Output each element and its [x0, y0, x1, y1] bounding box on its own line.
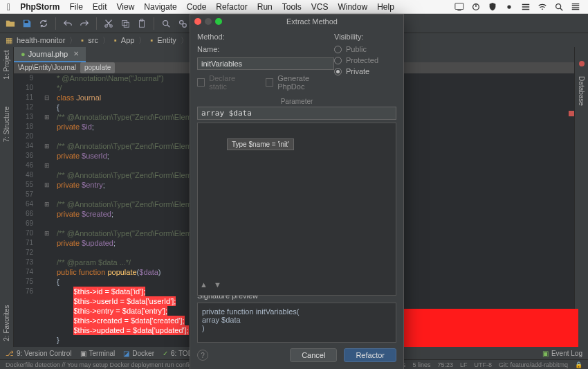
svg-rect-8 [124, 22, 129, 27]
svg-point-13 [183, 24, 186, 27]
selected-line: $this->entry = $data['entry']; [73, 306, 167, 316]
tray-wifi-icon[interactable] [537, 1, 548, 12]
cut-icon[interactable] [102, 17, 115, 30]
copy-icon[interactable] [119, 17, 131, 30]
dialog-zoom-icon[interactable] [215, 18, 222, 25]
toolwin-project[interactable]: 1: Project [3, 50, 10, 79]
tab-close-icon[interactable]: ✕ [73, 49, 79, 59]
tray-power-icon[interactable] [470, 1, 481, 12]
generate-phpdoc-checkbox[interactable]: Generate PhpDoc [266, 74, 334, 91]
method-label: Method: [197, 33, 225, 41]
move-down-icon[interactable]: ▼ [214, 280, 221, 289]
toolwin-favorites[interactable]: 2: Favorites [3, 305, 10, 341]
svg-point-12 [180, 20, 183, 24]
dialog-close-icon[interactable] [194, 18, 201, 25]
dialog-minimize-icon [205, 18, 212, 25]
cancel-button[interactable]: Cancel [290, 348, 337, 362]
macos-menubar:  PhpStorm File Edit View Navigate Code … [0, 0, 588, 14]
status-message: Dockerfile detection // You may setup Do… [6, 361, 192, 368]
folder-icon: ▪ [81, 36, 84, 44]
breadcrumb-src[interactable]: src [88, 36, 98, 44]
toolwin-docker[interactable]: ◪Docker [123, 350, 154, 357]
app-name: PhpStorm [20, 2, 59, 12]
gutter: 9101112131820343646485557646669707172737… [14, 73, 37, 296]
menu-edit[interactable]: Edit [93, 2, 107, 12]
replace-icon[interactable] [176, 17, 189, 30]
php-file-icon: ● [21, 49, 26, 59]
visibility-label: Visibility: [334, 33, 396, 41]
apple-icon[interactable]:  [7, 1, 10, 12]
status-lines: 5 lines [412, 361, 430, 368]
help-icon[interactable]: ? [197, 350, 208, 361]
open-icon[interactable] [4, 17, 17, 30]
menu-refactor[interactable]: Refactor [216, 2, 247, 12]
breadcrumb-app[interactable]: App [121, 36, 135, 44]
menu-vcs[interactable]: VCS [311, 2, 329, 12]
tray-list-icon[interactable] [570, 1, 581, 12]
crumb-method[interactable]: populate [80, 62, 115, 73]
toolwin-database[interactable]: Database [578, 76, 585, 106]
crumb-namespace[interactable]: \App\Entity\Journal [18, 63, 76, 73]
hint-tooltip: Type $name = 'init' [227, 138, 294, 150]
tray-search-icon[interactable] [553, 1, 564, 12]
left-tool-strip: 1: Project 7: Structure 2: Favorites [0, 47, 14, 348]
lock-icon[interactable]: 🔒 [575, 361, 582, 368]
error-dot-icon [579, 61, 585, 66]
error-stripe-marker[interactable] [569, 111, 574, 116]
selected-line: $this->id = $data['id']; [73, 287, 145, 296]
folder-icon: ▪ [150, 36, 153, 44]
dialog-title: Extract Method [225, 17, 399, 26]
toolwin-terminal[interactable]: ▣Terminal [80, 350, 116, 357]
tray-shield-icon[interactable] [487, 1, 498, 12]
menu-view[interactable]: View [117, 2, 135, 12]
method-name-input[interactable] [197, 57, 334, 70]
status-encoding[interactable]: UTF-8 [474, 361, 492, 368]
breadcrumb-project[interactable]: health-monitor [17, 36, 65, 44]
extract-method-dialog: Extract Method Method: Name: Declare sta… [190, 14, 404, 369]
editor-tab[interactable]: ● Journal.php ✕ [14, 47, 86, 62]
declare-static-checkbox: Declare static [197, 74, 252, 91]
visibility-public-radio[interactable]: Public [334, 45, 396, 53]
breadcrumb-entity[interactable]: Entity [157, 36, 176, 44]
menu-window[interactable]: Window [338, 2, 367, 12]
svg-point-2 [507, 5, 511, 8]
parameter-input[interactable] [197, 107, 396, 120]
project-icon: ▦ [6, 36, 12, 45]
svg-point-11 [163, 20, 168, 25]
tray-dot-icon[interactable] [504, 1, 515, 12]
selected-line: $this->updated = $data['updated']; [73, 325, 188, 335]
visibility-private-radio[interactable]: Private [334, 67, 396, 75]
sync-icon[interactable] [37, 17, 50, 30]
find-icon[interactable] [160, 17, 172, 30]
undo-icon[interactable] [62, 17, 74, 30]
save-all-icon[interactable] [21, 17, 33, 30]
signature-preview: private function initVariables( array $d… [197, 303, 396, 343]
parameter-list[interactable]: Type $name = 'init' [197, 123, 396, 296]
redo-icon[interactable] [78, 17, 91, 30]
status-line-sep[interactable]: LF [460, 361, 468, 368]
paste-icon[interactable] [136, 17, 148, 30]
name-label: Name: [197, 45, 219, 53]
menu-code[interactable]: Code [187, 2, 207, 12]
menu-navigate[interactable]: Navigate [144, 2, 176, 12]
menu-help[interactable]: Help [377, 2, 394, 12]
move-up-icon[interactable]: ▲ [200, 280, 208, 289]
status-git[interactable]: Git: feature/add-rabbitmq [499, 361, 568, 368]
svg-point-3 [556, 3, 561, 8]
status-position: 75:23 [437, 361, 453, 368]
svg-rect-7 [122, 20, 127, 25]
tray-hamburger-icon[interactable] [520, 1, 531, 12]
toolwin-structure[interactable]: 7: Structure [3, 107, 10, 143]
menu-file[interactable]: File [69, 2, 82, 12]
parameter-header: Parameter [197, 98, 396, 105]
fold-gutter[interactable]: ⊟ ⊞ ⊞ ⊞ ⊞ ⊞ ⊞ [40, 73, 54, 248]
menu-tools[interactable]: Tools [282, 2, 302, 12]
folder-icon: ▪ [114, 36, 117, 44]
tray-screen-icon[interactable] [454, 1, 465, 12]
toolwin-eventlog[interactable]: ▣Event Log [542, 350, 582, 357]
selected-line: $this->created = $data['created']; [73, 316, 184, 325]
refactor-button[interactable]: Refactor [344, 348, 396, 362]
visibility-protected-radio[interactable]: Protected [334, 56, 396, 64]
menu-run[interactable]: Run [257, 2, 273, 12]
toolwin-vcs[interactable]: ⎇9: Version Control [6, 350, 72, 357]
